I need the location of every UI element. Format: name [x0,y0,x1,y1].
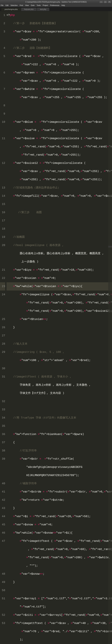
editor-area[interactable]: 1234567891011121314151617181920212223242… [0,11,112,644]
menu-tools[interactable]: Tools [37,4,40,6]
tabbar: yanzhengma.php huiyuan.php test.php [0,7,112,11]
minimap-viewport[interactable] [108,246,112,248]
window-titlebar: C:\xampp\htdocs\20170103\yanzhengma.php … [0,0,112,4]
menu-goto[interactable]: Goto [31,4,34,6]
menu-help[interactable]: Help [62,4,65,6]
menu-edit[interactable]: Edit [6,4,9,6]
tab-inactive[interactable]: huiyuan.php [21,8,37,11]
menu-view[interactable]: View [25,4,29,6]
close-button[interactable]: ✕ [107,0,111,3]
tab-inactive[interactable]: test.php [37,8,49,11]
menu-project[interactable]: Project [43,4,48,6]
menu-find[interactable]: Find [20,4,23,6]
menu-selection[interactable]: Selection [11,4,18,6]
code-content[interactable]: <?php //第一步 新建画布【新建图像】 ="var">$cav = ="f… [7,11,112,644]
minimize-button[interactable]: — [99,0,103,3]
menu-preferences[interactable]: Preferences [50,4,60,6]
minimap[interactable] [108,11,112,644]
maximize-button[interactable]: ▢ [103,0,107,3]
line-number-gutter: 1234567891011121314151617181920212223242… [0,11,7,644]
menu-file[interactable]: File [1,4,4,6]
menubar: File Edit Selection Find View Goto Tools… [0,4,112,7]
tab-active[interactable]: yanzhengma.php [1,8,21,11]
window-controls: — ▢ ✕ [99,0,111,3]
window-title: C:\xampp\htdocs\20170103\yanzhengma.php … [25,1,87,3]
